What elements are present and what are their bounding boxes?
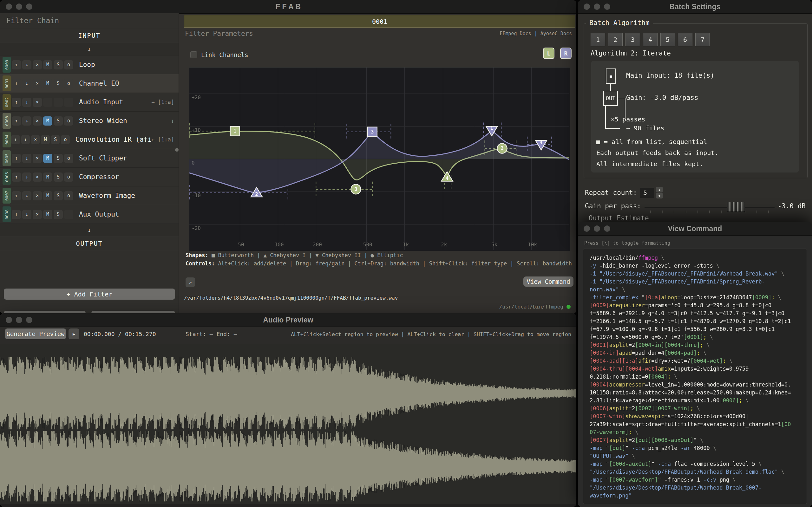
filter-row-0004[interactable]: 0004↑↓×MSoConvolution IR (afir← [1:a] [0, 130, 178, 149]
mute-button[interactable]: M [43, 154, 52, 163]
command-line: "/Users/disuye/Desktop/FFABOutput/Warhea… [590, 468, 800, 476]
filter-row-0009[interactable]: 0009↑↓×MSoLoop [0, 55, 178, 74]
left-channel-button[interactable]: L [543, 48, 554, 59]
ffmpeg-docs-link[interactable]: FFmpeg Docs [499, 31, 531, 37]
delete-button[interactable]: × [33, 191, 42, 201]
filter-row-0001[interactable]: 0001↑↓×MSoChannel EQ [0, 74, 178, 93]
gain-slider-track[interactable] [645, 207, 774, 208]
move-up-button[interactable]: ↑ [12, 116, 21, 125]
mute-button[interactable]: M [43, 116, 52, 125]
move-down-button[interactable]: ↓ [22, 60, 32, 69]
gain-slider-thumb[interactable] [727, 202, 745, 212]
move-up-button[interactable]: ↑ [12, 210, 21, 219]
solo-button[interactable]: S [54, 191, 63, 201]
mute-button[interactable]: M [43, 191, 52, 201]
eq-canvas[interactable] [190, 67, 570, 250]
batch-titlebar[interactable]: Batch Settings [578, 0, 812, 14]
view-command-button[interactable]: View Command [523, 277, 574, 287]
move-down-button[interactable]: ↓ [22, 79, 32, 88]
algorithm-button-7[interactable]: 7 [695, 33, 710, 46]
algorithm-button-4[interactable]: 4 [643, 33, 657, 46]
right-channel-button[interactable]: R [560, 48, 572, 59]
play-button[interactable]: ▶ [68, 329, 79, 339]
audio-preview-window: Audio Preview Generate Preview ▶ 00:00.0… [0, 313, 576, 507]
mute-button[interactable]: M [43, 172, 52, 182]
selected-filter-id: 0001 [184, 15, 576, 27]
mute-button[interactable]: M [43, 79, 52, 88]
delete-button[interactable]: × [33, 79, 42, 88]
solo-button[interactable]: S [54, 60, 63, 69]
algorithm-button-5[interactable]: 5 [660, 33, 675, 46]
move-up-button[interactable]: ↑ [12, 98, 21, 107]
move-down-button[interactable]: ↓ [22, 172, 32, 182]
preview-titlebar[interactable]: Audio Preview [0, 313, 576, 327]
delete-button[interactable]: × [33, 210, 42, 219]
docs-separator: | [535, 31, 537, 37]
filter-row-0002[interactable]: 0002↑↓×Audio Input→ [1:a] [0, 93, 178, 112]
move-down-button[interactable]: ↓ [22, 191, 32, 201]
repeat-count-input[interactable]: 5 [640, 188, 654, 198]
solo-button[interactable]: S [54, 172, 63, 182]
mute-button[interactable]: M [43, 210, 52, 219]
bypass-button[interactable]: o [64, 116, 73, 125]
algorithm-button-6[interactable]: 6 [678, 33, 692, 46]
batch-window-title: Batch Settings [578, 0, 812, 13]
mute-button[interactable]: M [41, 135, 50, 144]
filter-row-0006[interactable]: 0006↑↓×MSoCompressor [0, 168, 178, 186]
delete-button[interactable]: × [33, 172, 42, 182]
waveform-canvas[interactable] [0, 344, 576, 504]
algorithm-button-2[interactable]: 2 [608, 33, 622, 46]
stepper-up-icon[interactable]: ▲ [656, 187, 663, 192]
delete-button[interactable]: × [31, 135, 40, 144]
slider-tick [768, 211, 769, 213]
bypass-button[interactable]: o [64, 191, 73, 201]
move-down-button[interactable]: ↓ [22, 210, 32, 219]
solo-button[interactable]: S [54, 79, 63, 88]
batch-settings-window: Batch Settings Batch Algorithm 1234567 A… [578, 0, 812, 226]
move-up-button[interactable]: ↑ [12, 172, 21, 182]
main-titlebar[interactable]: F F A B [0, 0, 576, 14]
generate-preview-button[interactable]: Generate Preview [5, 329, 66, 339]
add-filter-button[interactable]: + Add Filter [4, 288, 175, 300]
command-line: norm.wav" \ [590, 286, 800, 294]
diagram-connector [618, 98, 626, 98]
eq-graph[interactable] [189, 67, 570, 251]
delete-button[interactable]: × [33, 154, 42, 163]
move-up-button[interactable]: ↑ [12, 154, 21, 163]
move-down-button[interactable]: ↓ [22, 98, 32, 107]
link-channels-checkbox[interactable] [190, 51, 197, 58]
move-up-button[interactable]: ↑ [12, 191, 21, 201]
filter-row-0007[interactable]: 0007↑↓×MSoWaveform Image [0, 186, 178, 205]
expand-icon[interactable]: ↗ [185, 277, 195, 287]
filter-row-0003[interactable]: 0003↑↓×MSoStereo Widen↓ [0, 112, 178, 130]
solo-button[interactable]: S [51, 135, 60, 144]
move-down-button[interactable]: ↓ [22, 116, 32, 125]
move-up-button[interactable]: ↑ [12, 60, 21, 69]
bypass-button[interactable]: o [61, 135, 69, 144]
solo-button[interactable]: S [54, 154, 63, 163]
stepper-down-icon[interactable]: ▼ [656, 193, 663, 199]
algorithm-button-1[interactable]: 1 [591, 33, 605, 46]
mute-button[interactable]: M [43, 60, 52, 69]
bypass-button[interactable]: o [64, 172, 73, 182]
command-line: -map "[0008-auxOut]" -c:a flac -compress… [590, 460, 800, 468]
command-titlebar[interactable]: View Command [578, 222, 812, 236]
move-up-button[interactable]: ↑ [12, 79, 21, 88]
move-down-button[interactable]: ↓ [21, 135, 30, 144]
pane-splitter-handle[interactable] [175, 148, 178, 152]
delete-button[interactable]: × [33, 116, 42, 125]
bypass-button[interactable]: o [64, 79, 73, 88]
bypass-button[interactable]: o [64, 60, 73, 69]
filter-row-0008[interactable]: 0008↑↓×MSAux Output [0, 205, 178, 224]
delete-button[interactable]: × [33, 98, 42, 107]
solo-button[interactable]: S [54, 210, 63, 219]
bypass-button[interactable]: o [64, 154, 73, 163]
algorithm-button-3[interactable]: 3 [626, 33, 640, 46]
move-down-button[interactable]: ↓ [22, 154, 32, 163]
waveform-display[interactable] [0, 344, 576, 504]
solo-button[interactable]: S [54, 116, 63, 125]
delete-button[interactable]: × [33, 60, 42, 69]
ayosec-docs-link[interactable]: AyoseC Docs [540, 31, 572, 37]
filter-row-0005[interactable]: 0005↑↓×MSoSoft Clipper [0, 149, 178, 168]
move-up-button[interactable]: ↑ [11, 135, 20, 144]
